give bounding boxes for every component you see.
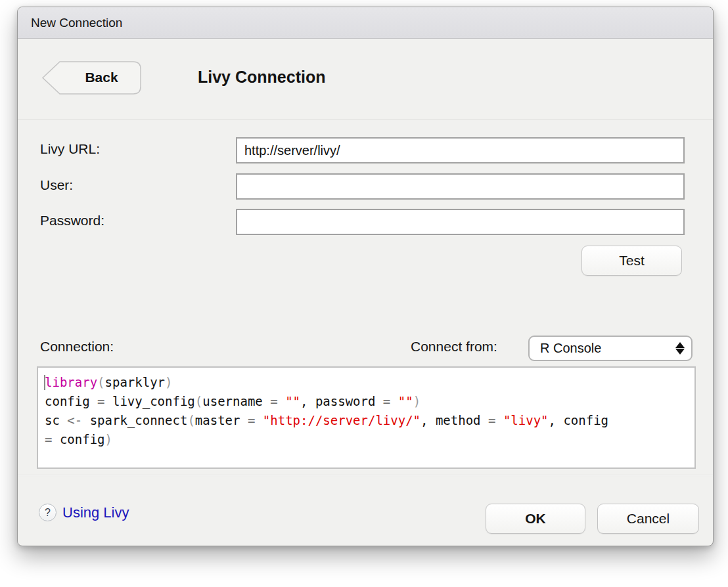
back-button[interactable]: Back bbox=[41, 60, 142, 95]
user-input[interactable] bbox=[236, 173, 685, 200]
test-button-label: Test bbox=[619, 253, 645, 269]
livy-url-input[interactable] bbox=[236, 137, 685, 163]
footer-divider bbox=[18, 475, 713, 475]
header-divider bbox=[18, 120, 713, 120]
code-line: library(sparklyr) bbox=[45, 373, 688, 392]
connection-code: library(sparklyr)config = livy_config(us… bbox=[45, 373, 688, 449]
connect-from-label: Connect from: bbox=[411, 339, 497, 355]
help-icon[interactable]: ? bbox=[39, 504, 57, 521]
code-line: = config) bbox=[45, 430, 688, 449]
code-line: config = livy_config(username = "", pass… bbox=[45, 392, 688, 411]
code-line: sc <- spark_connect(master = "http://ser… bbox=[45, 411, 688, 430]
help-icon-glyph: ? bbox=[45, 507, 51, 519]
password-label: Password: bbox=[40, 213, 104, 228]
connect-from-selected-value: R Console bbox=[530, 341, 669, 356]
page-title: Livy Connection bbox=[198, 68, 325, 87]
cancel-button-label: Cancel bbox=[627, 511, 670, 527]
dropdown-stepper-icon bbox=[669, 342, 691, 355]
back-button-label: Back bbox=[61, 60, 142, 94]
text-cursor bbox=[44, 375, 45, 390]
test-button[interactable]: Test bbox=[581, 246, 682, 276]
cancel-button[interactable]: Cancel bbox=[597, 504, 699, 534]
new-connection-dialog: New Connection Back Livy Connection Livy… bbox=[17, 7, 714, 546]
ok-button-label: OK bbox=[525, 511, 546, 527]
password-input[interactable] bbox=[236, 209, 685, 235]
code-editor[interactable]: library(sparklyr)config = livy_config(us… bbox=[37, 366, 696, 469]
connect-from-select[interactable]: R Console bbox=[528, 336, 693, 361]
window-title: New Connection bbox=[31, 16, 122, 30]
using-livy-link[interactable]: Using Livy bbox=[62, 504, 129, 521]
window-titlebar[interactable]: New Connection bbox=[18, 7, 713, 39]
user-label: User: bbox=[40, 177, 73, 193]
connection-label: Connection: bbox=[40, 339, 114, 355]
ok-button[interactable]: OK bbox=[486, 504, 585, 534]
livy-url-label: Livy URL: bbox=[40, 141, 100, 157]
